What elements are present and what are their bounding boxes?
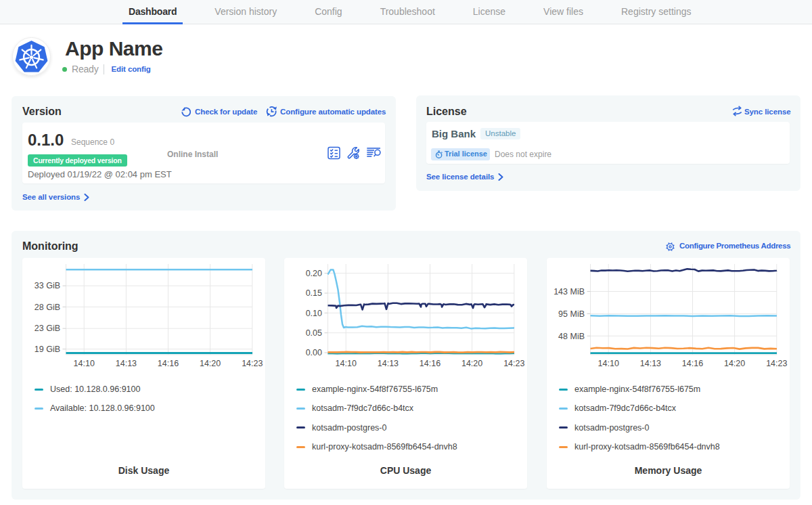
svg-text:0.05: 0.05 [306, 328, 322, 338]
svg-text:0.20: 0.20 [306, 269, 322, 278]
svg-text:14:16: 14:16 [682, 359, 703, 368]
svg-text:14:13: 14:13 [116, 359, 137, 368]
svg-text:14:23: 14:23 [503, 359, 524, 368]
svg-text:14:20: 14:20 [461, 359, 482, 368]
svg-text:14:23: 14:23 [242, 359, 263, 368]
svg-text:14:10: 14:10 [336, 359, 357, 368]
svg-text:14:20: 14:20 [200, 359, 221, 368]
svg-text:95 MiB: 95 MiB [558, 309, 585, 319]
svg-text:14:16: 14:16 [420, 359, 441, 368]
svg-text:0.00: 0.00 [306, 348, 322, 357]
svg-text:19 GiB: 19 GiB [35, 345, 60, 354]
svg-text:0.15: 0.15 [306, 288, 322, 298]
svg-text:33 GiB: 33 GiB [35, 281, 60, 290]
svg-text:14:16: 14:16 [158, 359, 179, 368]
svg-text:14:23: 14:23 [766, 359, 787, 368]
svg-text:143 MiB: 143 MiB [554, 287, 585, 297]
svg-text:23 GiB: 23 GiB [35, 324, 60, 333]
svg-text:14:13: 14:13 [640, 359, 661, 368]
svg-text:14:20: 14:20 [724, 359, 745, 368]
svg-text:14:13: 14:13 [378, 359, 399, 368]
svg-text:28 GiB: 28 GiB [35, 303, 60, 312]
svg-text:14:10: 14:10 [598, 359, 619, 368]
svg-text:0.10: 0.10 [306, 309, 322, 318]
svg-text:48 MiB: 48 MiB [558, 332, 585, 341]
svg-text:14:10: 14:10 [74, 359, 95, 368]
